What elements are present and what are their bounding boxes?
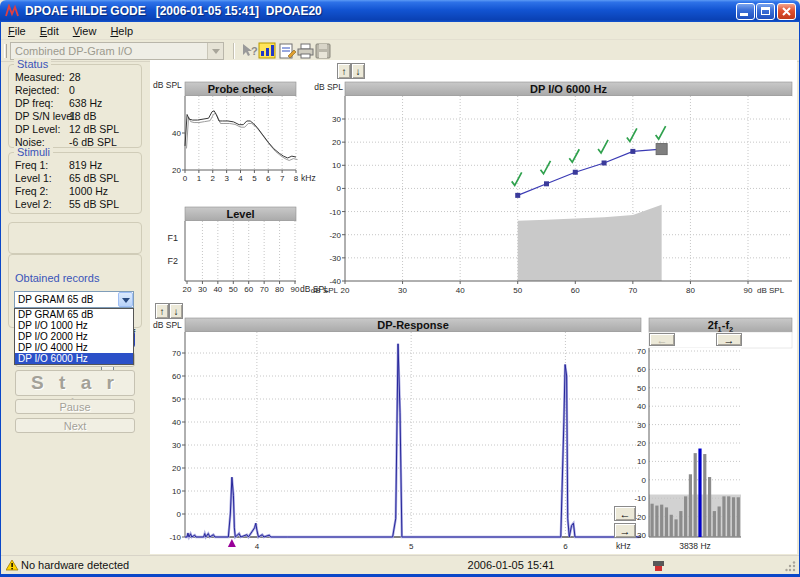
level-xtick: 60 [244, 285, 253, 294]
io-data-point[interactable] [630, 149, 635, 154]
dp-frequency-marker[interactable] [228, 539, 236, 547]
info-row: Level 1:65 dB SPL [15, 172, 141, 185]
dp-ytick: 0 [642, 476, 647, 485]
spectrum-bar [737, 497, 740, 537]
io-xtick: 60 [571, 286, 580, 295]
response-scale-up-button[interactable]: ↑ [155, 303, 169, 319]
spectrum-bar [732, 497, 735, 537]
info-value: 18 dB [69, 110, 141, 123]
response-ytick: 10 [172, 487, 181, 496]
io-xlabel-left: dB SPL [311, 286, 339, 295]
info-label: Level 2: [15, 198, 69, 211]
dp-ytick: -30 [634, 531, 646, 540]
info-label: Freq 1: [15, 159, 69, 172]
info-label: DP S/N level: [15, 110, 69, 123]
io-ytick: -30 [329, 254, 341, 263]
info-value: -6 dB SPL [69, 136, 141, 149]
dropdown-option[interactable]: DP I/O 2000 Hz [15, 331, 133, 342]
measurement-mode-value: Combined DP-Gram I/O [11, 45, 207, 57]
probe-xtick: 5 [252, 174, 257, 183]
dp-ytick: 10 [637, 457, 646, 466]
io-scale-down-button[interactable]: ↓ [351, 63, 365, 79]
resize-grip[interactable] [785, 561, 797, 573]
probe-xtick: 7 [280, 174, 285, 183]
probe_check-title: Probe check [208, 83, 274, 95]
title-bar[interactable]: DPOAE HILDE GODE [2006-01-05 15:41] DPOA… [0, 0, 800, 22]
report-button[interactable] [278, 42, 297, 60]
io-xtick: 30 [398, 286, 407, 295]
info-value: 0 [69, 84, 141, 97]
info-row: DP freq:638 Hz [15, 97, 141, 110]
info-row: Freq 1:819 Hz [15, 159, 141, 172]
info-row: Rejected:0 [15, 84, 141, 97]
next-button[interactable]: Next [15, 418, 135, 433]
io-data-point[interactable] [515, 193, 520, 198]
toolbar-grip[interactable] [4, 44, 7, 58]
dropdown-option[interactable]: DP I/O 6000 Hz [15, 353, 133, 364]
window-title: DPOAE HILDE GODE [2006-01-05 15:41] DPOA… [25, 4, 735, 18]
spectrum-bar [655, 506, 658, 537]
dp-ytick: -20 [634, 513, 646, 522]
print-button[interactable] [296, 42, 315, 60]
dropdown-option[interactable]: DP I/O 4000 Hz [15, 342, 133, 353]
io-data-point[interactable] [602, 160, 607, 165]
print-icon [296, 42, 315, 60]
io-ytick: 30 [332, 115, 341, 124]
obtained-records-combo[interactable]: DP GRAM 65 dB [14, 291, 134, 308]
spectrum-bar [670, 515, 673, 537]
dp-gram-view-button[interactable] [258, 42, 277, 60]
dp-zoom-prev-button[interactable]: ← [649, 333, 675, 346]
maximize-icon [761, 7, 770, 15]
report-icon [278, 42, 297, 60]
spectrum-bar [684, 496, 687, 537]
svg-text:?: ? [251, 45, 258, 57]
level-xtick: 70 [260, 285, 269, 294]
start-button[interactable]: S t a r t [15, 370, 135, 396]
dp-zoom-next-button[interactable]: → [716, 333, 742, 346]
minimize-button[interactable] [736, 3, 755, 20]
dropdown-option[interactable]: DP GRAM 65 dB [15, 309, 133, 320]
save-icon [314, 42, 333, 60]
level-xtick: 90 [291, 285, 300, 294]
app-icon [5, 4, 21, 18]
close-button[interactable] [777, 3, 796, 20]
info-row: DP S/N level:18 dB [15, 110, 141, 123]
io-selected-point[interactable] [656, 144, 667, 155]
dp-frequency-label: 3838 Hz [679, 541, 711, 551]
response-pan-right-button[interactable]: → [614, 523, 636, 538]
pause-button[interactable]: Pause [15, 399, 135, 414]
response-ytick: 0 [177, 510, 182, 519]
dp-ytick: 60 [637, 365, 646, 374]
context-help-icon: ? [240, 42, 259, 60]
io-scale-up-button[interactable]: ↑ [337, 63, 351, 79]
info-label: Measured: [15, 71, 69, 84]
response-pan-left-button[interactable]: ← [614, 506, 636, 521]
combo-dropdown-icon[interactable] [118, 292, 133, 307]
dp-ytick: 20 [637, 439, 646, 448]
menu-file[interactable]: File [1, 23, 33, 39]
response-scale-down-button[interactable]: ↓ [169, 303, 183, 319]
save-button[interactable] [314, 42, 333, 60]
io-data-point[interactable] [544, 181, 549, 186]
probe-xtick: 3 [224, 174, 229, 183]
info-value: 638 Hz [69, 97, 141, 110]
menu-view[interactable]: View [66, 23, 104, 39]
arrow-down-icon: ↓ [356, 66, 361, 77]
probe-ytick: 40 [172, 129, 181, 138]
menu-help[interactable]: Help [103, 23, 140, 39]
menu-bar: FileEditViewHelp [1, 22, 799, 40]
menu-edit[interactable]: Edit [33, 23, 66, 39]
minimize-icon [740, 13, 748, 16]
probe-ytick: 20 [172, 166, 181, 175]
response-xtick: 4 [255, 542, 260, 551]
hardware-status-icon [653, 560, 664, 571]
probe-xtick: 2 [211, 174, 216, 183]
io-ytick: -10 [329, 208, 341, 217]
info-value: 1000 Hz [69, 185, 141, 198]
dropdown-option[interactable]: DP I/O 1000 Hz [15, 320, 133, 331]
io-data-point[interactable] [573, 170, 578, 175]
spectrum-bar [674, 519, 677, 537]
context-help-button[interactable]: ? [240, 42, 259, 60]
maximize-button[interactable] [756, 3, 775, 20]
info-value: 28 [69, 71, 141, 84]
